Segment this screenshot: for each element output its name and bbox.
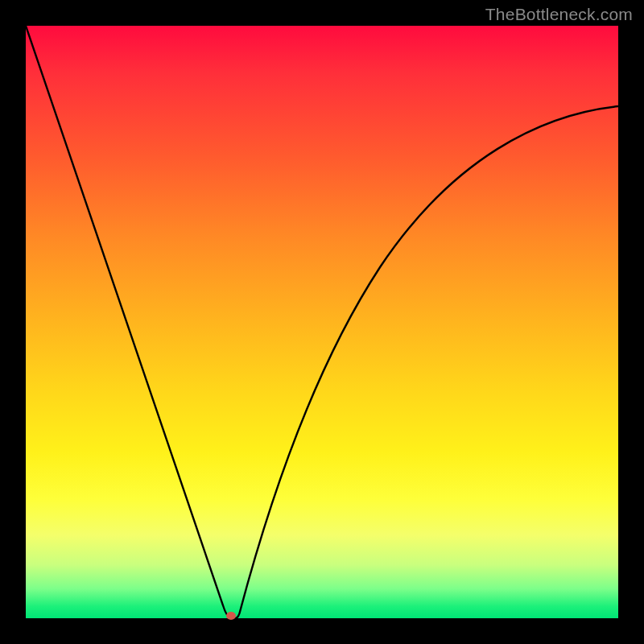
chart-frame: TheBottleneck.com [0,0,644,644]
min-marker [226,612,236,620]
bottleneck-curve [26,26,618,618]
watermark-text: TheBottleneck.com [485,5,633,24]
plot-area [26,26,618,618]
curve-svg [26,26,618,618]
